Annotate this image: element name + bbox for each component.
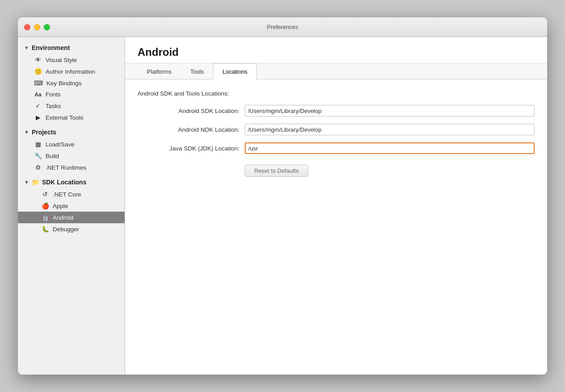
arrow-icon: ▼ [24,179,29,185]
tab-platforms[interactable]: Platforms [138,63,181,79]
content-body: Android SDK and Tools Locations: Android… [125,79,547,375]
android-ndk-row: Android NDK Location: [138,124,535,135]
sidebar-item-build[interactable]: 🔧 Build [18,150,125,162]
sidebar-item-android[interactable]: 🤖 Android [18,212,125,223]
sidebar-item-debugger[interactable]: 🐛 Debugger [18,223,125,235]
android-sdk-label: Android SDK Location: [138,108,245,114]
java-sdk-row: Java SDK (JDK) Location: [138,142,535,154]
android-ndk-input[interactable] [245,124,535,135]
checkmark-icon: ✓ [34,102,42,109]
tab-tools[interactable]: Tools [181,63,213,79]
gear-icon: ⚙ [34,164,42,171]
sidebar-item-label: Build [46,153,59,159]
window-title: Preferences [267,24,298,30]
sidebar-item-author-information[interactable]: 🙂 Author Information [18,66,125,77]
sdk-label: SDK Locations [42,179,87,186]
arrow-icon: ▼ [24,45,29,50]
main-content: ▼ Environment 👁 Visual Style 🙂 Author In… [18,37,547,375]
sidebar-item-label: Apple [53,203,68,209]
sidebar-item-label: .NET Core [53,191,81,198]
smiley-icon: 🙂 [34,68,42,75]
sidebar-item-label: Load/Save [46,141,75,148]
sidebar-item-net-runtimes[interactable]: ⚙ .NET Runtimes [18,162,125,173]
sidebar-item-label: Tasks [46,103,61,109]
close-button[interactable] [24,24,30,30]
sidebar-section-environment[interactable]: ▼ Environment [18,42,125,54]
apple-icon: 🍎 [41,202,49,209]
debugger-icon: 🐛 [41,225,49,233]
sidebar-item-apple[interactable]: 🍎 Apple [18,200,125,212]
wrench-icon: 🔧 [34,152,42,159]
environment-label: Environment [32,44,70,51]
arrow-icon: ▼ [24,129,29,135]
dotnet-icon: ↺ [41,191,49,198]
sidebar-item-label: Fonts [46,91,61,98]
load-save-icon: ▦ [34,141,42,148]
sidebar: ▼ Environment 👁 Visual Style 🙂 Author In… [18,37,125,375]
maximize-button[interactable] [44,24,50,30]
sidebar-item-label: Visual Style [46,57,77,63]
sidebar-item-external-tools[interactable]: ▶ External Tools [18,112,125,123]
traffic-lights [24,24,50,30]
titlebar: Preferences [18,17,547,37]
sidebar-item-label: .NET Runtimes [46,164,86,171]
reset-to-defaults-button[interactable]: Reset to Defaults [245,165,308,177]
keyboard-icon: ⌨ [34,79,43,87]
sidebar-item-tasks[interactable]: ✓ Tasks [18,100,125,112]
eye-icon: 👁 [34,56,42,63]
android-sdk-row: Android SDK Location: [138,105,535,117]
sidebar-item-label: Debugger [53,226,79,233]
content-header: Android [125,37,547,63]
sidebar-item-fonts[interactable]: Aa Fonts [18,89,125,100]
sidebar-item-label: Android [53,214,74,221]
java-sdk-label: Java SDK (JDK) Location: [138,145,245,152]
sidebar-item-label: Key Bindings [46,80,82,87]
java-sdk-input[interactable] [245,142,535,154]
android-icon: 🤖 [41,214,49,221]
tabs-row: Platforms Tools Locations [125,63,547,79]
android-ndk-label: Android NDK Location: [138,126,245,133]
sidebar-item-net-core[interactable]: ↺ .NET Core [18,188,125,200]
preferences-window: Preferences ▼ Environment 👁 Visual Style… [18,17,547,375]
page-title: Android [138,46,535,58]
fonts-icon: Aa [34,92,42,98]
minimize-button[interactable] [34,24,40,30]
sidebar-item-label: Author Information [46,68,95,75]
terminal-icon: ▶ [34,114,42,121]
sidebar-section-projects[interactable]: ▼ Projects [18,126,125,138]
android-sdk-input[interactable] [245,105,535,117]
tab-locations[interactable]: Locations [213,63,257,79]
content-panel: Android Platforms Tools Locations Androi… [125,37,547,375]
sidebar-item-visual-style[interactable]: 👁 Visual Style [18,54,125,66]
section-description: Android SDK and Tools Locations: [138,90,535,97]
projects-label: Projects [32,129,56,136]
sidebar-item-label: External Tools [46,114,84,121]
sidebar-item-load-save[interactable]: ▦ Load/Save [18,138,125,150]
folder-icon: 📁 [32,179,39,186]
sidebar-item-key-bindings[interactable]: ⌨ Key Bindings [18,77,125,89]
sidebar-section-sdk[interactable]: ▼ 📁 SDK Locations [18,176,125,188]
